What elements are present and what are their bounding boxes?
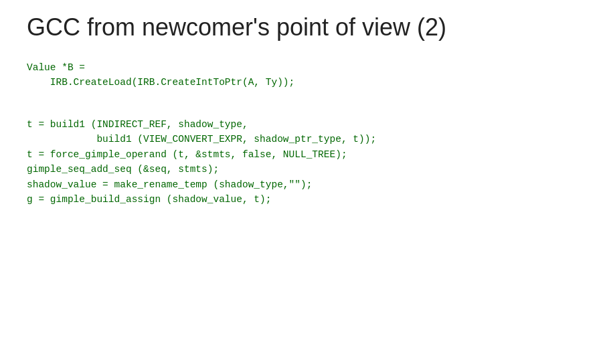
code-block-1: Value *B = IRB.CreateLoad(IRB.CreateIntT… (27, 60, 574, 90)
code-line-2-2: t = force_gimple_operand (t, &stmts, fal… (27, 147, 574, 162)
code-line-2-0: t = build1 (INDIRECT_REF, shadow_type, (27, 117, 574, 132)
code-line-2-1: build1 (VIEW_CONVERT_EXPR, shadow_ptr_ty… (27, 132, 574, 147)
code-line-2-5: g = gimple_build_assign (shadow_value, t… (27, 192, 574, 207)
slide-container: GCC from newcomer's point of view (2) Va… (0, 0, 601, 364)
code-line-2-3: gimple_seq_add_seq (&seq, stmts); (27, 162, 574, 177)
code-block-2: t = build1 (INDIRECT_REF, shadow_type, b… (27, 117, 574, 207)
code-line-1-1: Value *B = (27, 60, 574, 75)
code-line-2-4: shadow_value = make_rename_temp (shadow_… (27, 177, 574, 192)
slide-title: GCC from newcomer's point of view (2) (27, 13, 574, 41)
code-line-1-2: IRB.CreateLoad(IRB.CreateIntToPtr(A, Ty)… (27, 75, 574, 90)
